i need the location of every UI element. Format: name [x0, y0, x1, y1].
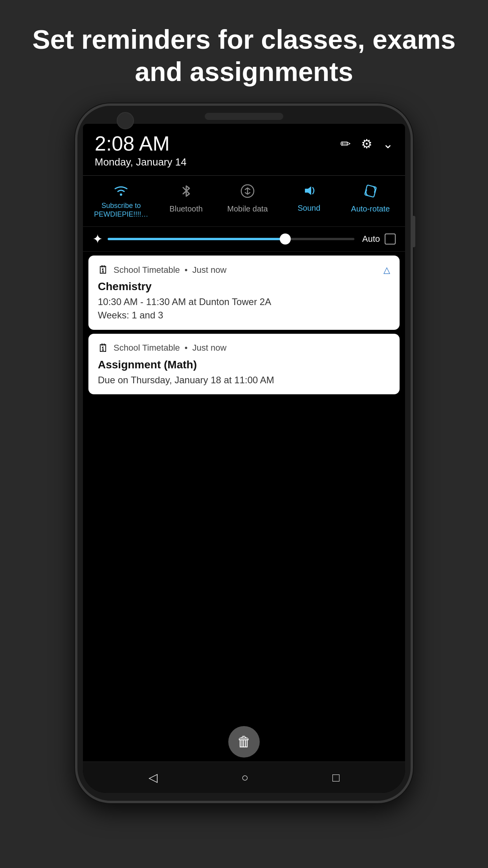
qs-bluetooth[interactable]: Bluetooth	[163, 184, 210, 219]
brightness-thumb[interactable]	[280, 234, 291, 245]
school-timetable-icon-1: 🗓	[98, 263, 109, 276]
notif-title-1: Chemistry	[98, 280, 390, 293]
qs-sound[interactable]: Sound	[285, 184, 332, 219]
phone-top-bar	[77, 106, 411, 124]
status-bar: 2:08 AM Monday, January 14 ✏ ⚙ ⌄	[83, 124, 405, 176]
bluetooth-icon	[181, 184, 192, 201]
expand-icon[interactable]: ⌄	[383, 136, 393, 151]
notification-card-chemistry[interactable]: 🗓 School Timetable • Just now △ Chemistr…	[88, 256, 400, 329]
brightness-icon: ✦	[92, 232, 103, 246]
auto-checkbox[interactable]	[385, 234, 396, 245]
notif-dot-1: •	[185, 265, 188, 275]
brightness-slider[interactable]	[108, 238, 354, 240]
qs-auto-rotate[interactable]: Auto-rotate	[347, 184, 394, 219]
auto-rotate-icon	[363, 184, 378, 201]
notif-body-2: Due on Thursday, January 18 at 11:00 AM	[98, 373, 390, 387]
qs-sound-label: Sound	[297, 203, 320, 213]
notif-dot-2: •	[185, 343, 188, 353]
quick-settings-row: Subscribe toPEWDIEPIE!!!!… Bluetooth	[83, 176, 405, 227]
qs-rotate-label: Auto-rotate	[351, 204, 390, 213]
notif-app-name-1: School Timetable	[114, 265, 180, 275]
date-display: Monday, January 14	[95, 156, 187, 168]
edit-icon[interactable]: ✏	[340, 136, 351, 151]
qs-wifi[interactable]: Subscribe toPEWDIEPIE!!!!…	[94, 184, 148, 219]
notif-time-2: Just now	[192, 343, 226, 353]
sound-icon	[301, 184, 317, 200]
notif-expand-icon-1[interactable]: △	[383, 265, 390, 275]
trash-button[interactable]: 🗑	[228, 726, 260, 758]
notif-time-1: Just now	[192, 265, 226, 275]
time-display: 2:08 AM	[95, 133, 187, 154]
notif-title-2: Assignment (Math)	[98, 359, 390, 371]
trash-btn-container: 🗑	[83, 722, 405, 761]
notif-app-name-2: School Timetable	[114, 343, 180, 353]
notification-card-math[interactable]: 🗓 School Timetable • Just now Assignment…	[88, 334, 400, 395]
brightness-row: ✦ Auto	[83, 227, 405, 252]
svg-point-0	[120, 193, 122, 196]
brightness-fill	[108, 238, 285, 240]
phone-screen: 2:08 AM Monday, January 14 ✏ ⚙ ⌄	[83, 124, 405, 793]
wifi-icon	[113, 184, 129, 199]
qs-wifi-label: Subscribe toPEWDIEPIE!!!!…	[94, 202, 148, 219]
qs-bluetooth-label: Bluetooth	[169, 204, 203, 213]
qs-mobile-label: Mobile data	[227, 204, 268, 213]
settings-icon[interactable]: ⚙	[361, 136, 372, 151]
mobile-data-icon	[240, 184, 255, 201]
phone-nav-bar: ◁ ○ □	[83, 761, 405, 793]
recent-button[interactable]: □	[332, 771, 339, 784]
notification-panel: 2:08 AM Monday, January 14 ✏ ⚙ ⌄	[83, 124, 405, 793]
notif-body-1: 10:30 AM - 11:30 AM at Dunton Tower 2AWe…	[98, 295, 390, 322]
home-button[interactable]: ○	[241, 771, 248, 784]
back-button[interactable]: ◁	[149, 771, 158, 784]
qs-mobile-data[interactable]: Mobile data	[224, 184, 271, 219]
header-text: Set reminders for classes, exams and ass…	[0, 0, 488, 103]
camera	[117, 112, 134, 129]
phone-shell: 2:08 AM Monday, January 14 ✏ ⚙ ⌄	[75, 103, 413, 803]
auto-label: Auto	[362, 234, 380, 244]
speaker-grille	[205, 113, 283, 120]
school-timetable-icon-2: 🗓	[98, 342, 109, 355]
volume-button[interactable]	[411, 216, 415, 247]
notifications-area: 🗓 School Timetable • Just now △ Chemistr…	[83, 252, 405, 722]
